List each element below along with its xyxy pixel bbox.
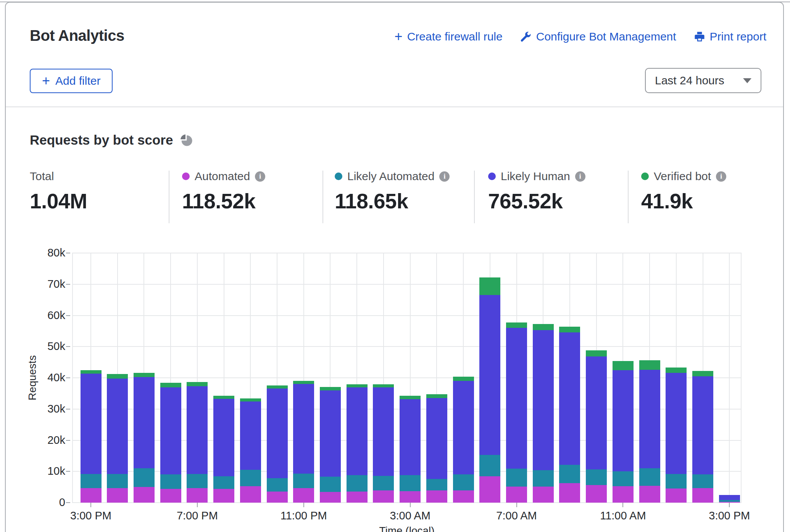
info-icon[interactable]: i — [575, 171, 585, 182]
header-divider — [6, 106, 783, 107]
create-firewall-rule-link[interactable]: + Create firewall rule — [395, 30, 503, 43]
bar-1000am[interactable] — [586, 350, 607, 503]
printer-icon — [694, 31, 705, 42]
x-tick-mark — [729, 503, 730, 507]
bar-segment-verified-bot — [107, 374, 128, 379]
bar-segment-likely-automated — [267, 478, 288, 491]
bar-segment-verified-bot — [134, 373, 155, 377]
bar-800pm[interactable] — [213, 396, 234, 503]
bar-segment-likely-human — [134, 377, 155, 468]
bar-1000pm[interactable] — [267, 385, 288, 503]
y-tick-mark — [66, 377, 70, 378]
bar-900pm[interactable] — [240, 398, 261, 503]
v-gridline — [741, 253, 742, 503]
bar-200pm[interactable] — [692, 371, 713, 503]
wrench-icon — [520, 31, 532, 42]
bar-segment-verified-bot — [586, 350, 607, 356]
chevron-down-icon — [743, 78, 751, 83]
bar-1200am[interactable] — [320, 387, 341, 503]
info-icon[interactable]: i — [716, 171, 726, 182]
x-tick-mark — [303, 503, 304, 507]
bar-600pm[interactable] — [160, 383, 181, 503]
bar-segment-likely-human — [213, 399, 234, 476]
bar-600am[interactable] — [479, 277, 500, 503]
bar-700pm[interactable] — [187, 382, 208, 503]
stat-total-label: Total — [30, 170, 54, 183]
add-filter-button[interactable]: + Add filter — [30, 69, 113, 93]
bar-segment-likely-human — [613, 370, 634, 471]
x-tick-label: 7:00 PM — [163, 509, 232, 522]
bar-plot: Requests Time (local) 010k20k30k40k50k60… — [72, 253, 742, 503]
bar-segment-likely-automated — [479, 455, 500, 476]
y-tick-label: 70k — [23, 278, 65, 290]
y-tick-mark — [66, 440, 70, 441]
x-tick-label: 11:00 AM — [588, 509, 657, 522]
bar-1100am[interactable] — [613, 361, 634, 503]
y-tick-mark — [66, 346, 70, 347]
bar-segment-likely-automated — [81, 474, 102, 488]
bar-100am[interactable] — [347, 384, 368, 503]
time-range-value: Last 24 hours — [655, 74, 724, 87]
bar-segment-likely-human — [559, 332, 580, 465]
h-gridline — [72, 284, 742, 285]
bar-segment-automated — [213, 489, 234, 503]
bar-700am[interactable] — [506, 322, 527, 503]
bar-segment-automated — [692, 488, 713, 503]
bar-300am[interactable] — [400, 396, 421, 503]
bar-segment-likely-human — [373, 387, 394, 476]
bar-segment-automated — [559, 483, 580, 503]
likely-automated-legend-dot — [335, 172, 342, 180]
stat-automated-value: 118.52k — [182, 189, 265, 213]
bar-1200pm[interactable] — [639, 360, 660, 503]
bar-segment-verified-bot — [240, 398, 261, 401]
bar-segment-verified-bot — [639, 360, 660, 370]
add-filter-label: Add filter — [55, 74, 100, 87]
bar-100pm[interactable] — [666, 368, 687, 503]
y-tick-label: 0 — [23, 496, 65, 509]
bar-500am[interactable] — [453, 377, 474, 503]
bar-segment-verified-bot — [453, 377, 474, 381]
bar-segment-likely-automated — [639, 468, 660, 486]
v-gridline — [729, 253, 730, 503]
bar-segment-likely-automated — [586, 469, 607, 485]
stat-divider — [169, 171, 169, 223]
configure-bot-management-link[interactable]: Configure Bot Management — [520, 30, 676, 43]
verified-bot-legend-dot — [641, 172, 649, 180]
bar-400am[interactable] — [426, 394, 447, 503]
x-tick-label: 3:00 PM — [56, 509, 125, 522]
stat-likely-human-label: Likely Human — [501, 170, 570, 183]
x-tick-label: 7:00 AM — [482, 509, 551, 522]
bar-900am[interactable] — [559, 327, 580, 503]
info-icon[interactable]: i — [255, 171, 265, 182]
bar-800am[interactable] — [533, 324, 554, 503]
bar-segment-automated — [479, 476, 500, 503]
bar-segment-likely-automated — [453, 474, 474, 490]
bar-segment-likely-human — [426, 398, 447, 479]
bar-500pm[interactable] — [134, 373, 155, 503]
y-tick-label: 80k — [23, 247, 65, 259]
bot-analytics-card: Bot Analytics + Create firewall rule Con… — [5, 2, 784, 532]
h-gridline — [72, 346, 742, 347]
time-range-select[interactable]: Last 24 hours — [645, 68, 761, 93]
info-icon[interactable]: i — [439, 171, 450, 182]
y-tick-label: 50k — [23, 340, 65, 353]
bar-segment-verified-bot — [213, 396, 234, 399]
bar-segment-automated — [160, 489, 181, 503]
y-tick-mark — [66, 253, 70, 253]
header-actions: + Create firewall rule Configure Bot Man… — [395, 30, 766, 43]
stat-automated-label: Automated — [195, 170, 250, 183]
bar-segment-verified-bot — [81, 370, 102, 374]
bar-segment-likely-human — [81, 374, 102, 474]
bar-400pm[interactable] — [107, 374, 128, 503]
bar-1100pm[interactable] — [293, 381, 314, 503]
print-report-link[interactable]: Print report — [694, 30, 766, 43]
x-axis-title: Time (local) — [369, 525, 445, 532]
bar-300pm[interactable] — [719, 495, 740, 503]
bar-300pm[interactable] — [81, 370, 102, 503]
stat-likely-automated-label: Likely Automated — [347, 170, 434, 183]
bar-segment-likely-human — [240, 401, 261, 470]
bar-segment-likely-human — [400, 399, 421, 475]
bar-segment-verified-bot — [666, 368, 687, 373]
bar-segment-likely-human — [719, 495, 740, 500]
bar-200am[interactable] — [373, 384, 394, 503]
